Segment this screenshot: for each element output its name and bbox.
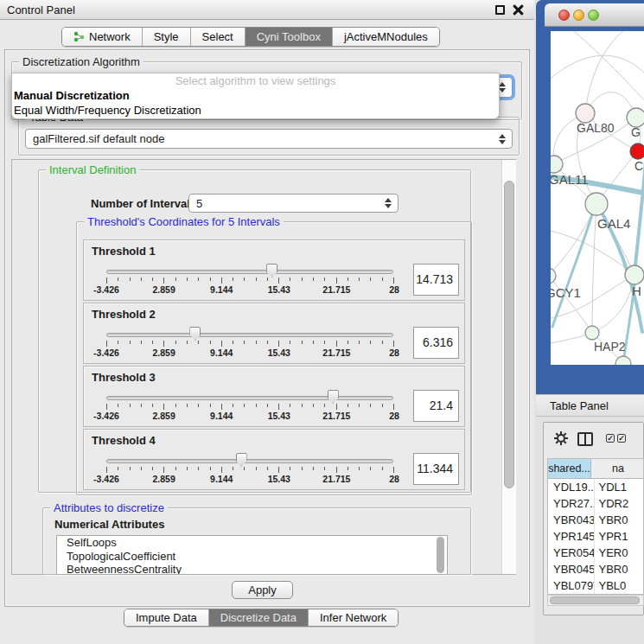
- gear-icon[interactable]: [553, 430, 569, 450]
- table-row[interactable]: YBR043CYBR0: [548, 512, 643, 528]
- top-tab-bar: NetworkStyleSelectCyni ToolboxjActiveMNo…: [61, 27, 440, 47]
- network-node-h[interactable]: [625, 265, 644, 284]
- threshold-value-field[interactable]: 21.4: [413, 390, 459, 422]
- threshold-panel: Threshold 4-3.4262.8599.14415.4321.71528…: [83, 429, 465, 490]
- table-row[interactable]: YDL19...YDL1: [548, 479, 643, 495]
- attribute-list-item[interactable]: BetweennessCentrality: [57, 563, 447, 575]
- tab-discretize-data[interactable]: Discretize Data: [209, 609, 309, 626]
- cell-name: YDR2: [595, 495, 643, 512]
- number-of-intervals-label: Number of Intervals: [91, 197, 196, 210]
- table-row[interactable]: YPR145WYPR1: [548, 528, 643, 545]
- slider-track[interactable]: [106, 459, 393, 463]
- threshold-label: Threshold 2: [92, 308, 156, 321]
- tab-infer-network[interactable]: Infer Network: [309, 609, 398, 626]
- tab-label: Network: [89, 28, 131, 46]
- combo-stepper-icon: [385, 198, 392, 208]
- attribute-list-item[interactable]: SelfLoops: [57, 536, 447, 550]
- close-traffic-light[interactable]: [558, 10, 570, 21]
- column-header-name[interactable]: na: [591, 459, 643, 478]
- network-node-hap2[interactable]: [585, 326, 599, 340]
- slider-thumb[interactable]: [189, 327, 201, 341]
- window-title: Control Panel: [7, 0, 75, 20]
- slider-ticks: [106, 467, 394, 474]
- table-data-combobox[interactable]: galFiltered.sif default node: [25, 129, 513, 149]
- cell-shared-name: YPR145W: [548, 528, 595, 545]
- number-of-intervals-combobox[interactable]: 5: [188, 194, 399, 213]
- cyni-toolbox-panel: Discretization Algorithm Table Data galF…: [4, 49, 530, 607]
- minimize-traffic-light[interactable]: [573, 10, 584, 21]
- node-label: H: [632, 284, 641, 298]
- tick-label: 15.43: [253, 474, 305, 484]
- tick-label: 28: [368, 474, 420, 484]
- attribute-list-item[interactable]: TopologicalCoefficient: [57, 550, 447, 564]
- node-label: GAL4: [597, 216, 630, 231]
- slider-track[interactable]: [106, 270, 393, 274]
- tick-label: 9.144: [195, 474, 247, 484]
- table-row[interactable]: YDR27...YDR2: [548, 495, 643, 512]
- checkbox-icon[interactable]: ✓: [617, 434, 626, 443]
- tick-label: 28: [368, 284, 420, 295]
- threshold-value-field[interactable]: 14.713: [413, 264, 459, 296]
- column-header-shared-name[interactable]: shared...: [548, 459, 591, 478]
- attributes-to-discretize-group: Attributes to discretize Numerical Attri…: [42, 507, 471, 575]
- split-view-icon[interactable]: [577, 432, 593, 446]
- network-node-gal80[interactable]: [576, 104, 595, 123]
- tab-impute-data[interactable]: Impute Data: [124, 609, 209, 626]
- network-node-gal4[interactable]: [585, 193, 608, 215]
- network-node-gal11[interactable]: [551, 156, 563, 173]
- slider-thumb[interactable]: [328, 390, 339, 404]
- tab-style[interactable]: Style: [143, 28, 191, 46]
- node-label: GAL11: [551, 172, 589, 187]
- vertical-scrollbar-thumb[interactable]: [504, 181, 514, 488]
- apply-button[interactable]: Apply: [232, 581, 293, 599]
- table-hscroll-thumb[interactable]: [550, 596, 640, 604]
- slider-track[interactable]: [106, 333, 393, 337]
- threshold-value-field[interactable]: 11.344: [413, 453, 459, 485]
- slider-track[interactable]: [106, 396, 393, 400]
- vertical-scrollbar[interactable]: [501, 160, 516, 574]
- tick-label: 2.859: [138, 474, 190, 484]
- tick-label: -3.426: [80, 411, 132, 421]
- control-panel-titlebar: Control Panel: [0, 0, 534, 20]
- network-view-window: GAL80GCGAL11GAL4GCY1HHAP2: [536, 0, 644, 394]
- table-row[interactable]: YER054CYER0: [548, 545, 643, 561]
- threshold-panel: Threshold 1-3.4262.8599.14415.4321.71528…: [83, 239, 465, 301]
- bottom-tab-bar: Impute DataDiscretize DataInfer Network: [124, 609, 399, 627]
- table-horizontal-scrollbar[interactable]: [547, 595, 644, 606]
- network-node-gcy1[interactable]: [551, 268, 556, 284]
- tab-cyni-toolbox[interactable]: Cyni Toolbox: [245, 28, 333, 46]
- threshold-value-field[interactable]: 6.316: [413, 327, 459, 359]
- tick-label: 15.43: [253, 411, 305, 421]
- network-node-c[interactable]: [630, 143, 644, 159]
- network-window-titlebar: [545, 3, 644, 27]
- slider-tick-labels: -3.4262.8599.14415.4321.71528: [106, 411, 394, 421]
- network-canvas[interactable]: GAL80GCGAL11GAL4GCY1HHAP2: [551, 31, 644, 365]
- algorithm-option[interactable]: Manual Discretization: [12, 88, 499, 103]
- group-title: Threshold's Coordinates for 5 Intervals: [84, 215, 284, 228]
- network-node-g[interactable]: [627, 108, 644, 127]
- slider-thumb[interactable]: [266, 264, 277, 277]
- table-data-value: galFiltered.sif default node: [26, 130, 512, 148]
- table-header-row: shared... na: [548, 459, 643, 479]
- numerical-attributes-list[interactable]: SelfLoopsTopologicalCoefficientBetweenne…: [56, 535, 448, 575]
- tab-jactivemnodules[interactable]: jActiveMNodules: [333, 28, 439, 46]
- table-row[interactable]: YBL079WYBL0: [548, 577, 643, 594]
- node-label: C: [634, 159, 643, 173]
- node-label: HAP2: [594, 340, 626, 354]
- cell-shared-name: YDR27...: [548, 495, 595, 512]
- tick-label: 15.43: [253, 284, 305, 295]
- tab-label: Impute Data: [136, 609, 197, 626]
- checkbox-icon[interactable]: ✓: [606, 434, 615, 443]
- list-scrollbar-thumb[interactable]: [437, 537, 444, 573]
- slider-thumb[interactable]: [236, 453, 247, 467]
- tick-label: -3.426: [80, 284, 132, 295]
- undock-icon[interactable]: [495, 5, 505, 15]
- algorithm-option[interactable]: Equal Width/Frequency Discretization: [12, 103, 499, 118]
- tab-network[interactable]: Network: [62, 28, 143, 46]
- zoom-traffic-light[interactable]: [588, 10, 599, 21]
- close-icon[interactable]: [513, 4, 524, 16]
- table-row[interactable]: YBR045CYBR0: [548, 561, 643, 577]
- tick-label: 2.859: [138, 284, 190, 295]
- slider-tick-labels: -3.4262.8599.14415.4321.71528: [106, 474, 394, 484]
- tab-select[interactable]: Select: [191, 28, 245, 46]
